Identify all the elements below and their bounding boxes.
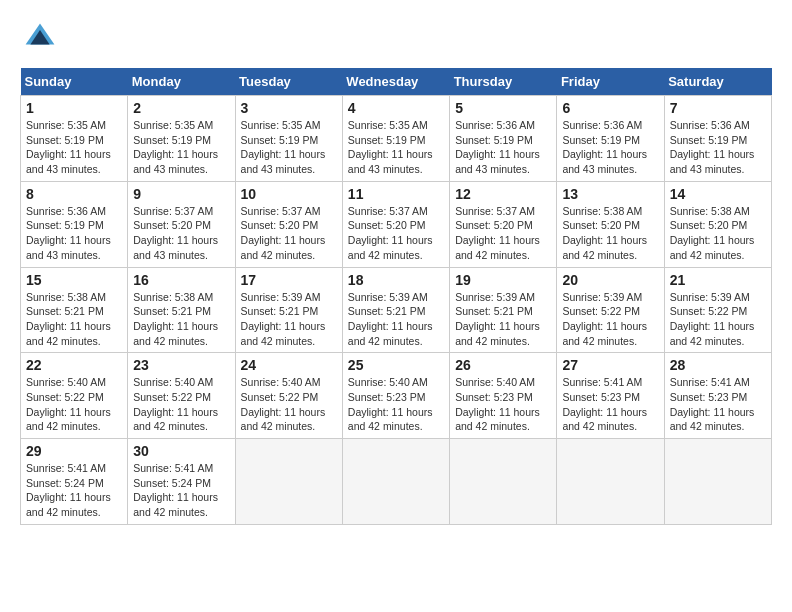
day-number: 5 (455, 100, 551, 116)
day-number: 28 (670, 357, 766, 373)
day-number: 18 (348, 272, 444, 288)
calendar-week-row: 15Sunrise: 5:38 AM Sunset: 5:21 PM Dayli… (21, 267, 772, 353)
day-info: Sunrise: 5:36 AM Sunset: 5:19 PM Dayligh… (455, 118, 551, 177)
calendar-day-cell: 18Sunrise: 5:39 AM Sunset: 5:21 PM Dayli… (342, 267, 449, 353)
calendar-day-cell: 13Sunrise: 5:38 AM Sunset: 5:20 PM Dayli… (557, 181, 664, 267)
calendar-day-cell: 26Sunrise: 5:40 AM Sunset: 5:23 PM Dayli… (450, 353, 557, 439)
day-info: Sunrise: 5:38 AM Sunset: 5:21 PM Dayligh… (133, 290, 229, 349)
calendar-day-cell: 20Sunrise: 5:39 AM Sunset: 5:22 PM Dayli… (557, 267, 664, 353)
day-info: Sunrise: 5:40 AM Sunset: 5:22 PM Dayligh… (241, 375, 337, 434)
day-info: Sunrise: 5:38 AM Sunset: 5:21 PM Dayligh… (26, 290, 122, 349)
day-info: Sunrise: 5:36 AM Sunset: 5:19 PM Dayligh… (26, 204, 122, 263)
calendar-day-cell: 25Sunrise: 5:40 AM Sunset: 5:23 PM Dayli… (342, 353, 449, 439)
day-of-week-header: Thursday (450, 68, 557, 96)
day-info: Sunrise: 5:35 AM Sunset: 5:19 PM Dayligh… (26, 118, 122, 177)
day-number: 21 (670, 272, 766, 288)
day-number: 23 (133, 357, 229, 373)
day-of-week-header: Saturday (664, 68, 771, 96)
calendar-day-cell: 21Sunrise: 5:39 AM Sunset: 5:22 PM Dayli… (664, 267, 771, 353)
day-number: 20 (562, 272, 658, 288)
logo (20, 20, 62, 52)
calendar-day-cell: 29Sunrise: 5:41 AM Sunset: 5:24 PM Dayli… (21, 439, 128, 525)
calendar-day-cell: 5Sunrise: 5:36 AM Sunset: 5:19 PM Daylig… (450, 96, 557, 182)
day-of-week-header: Friday (557, 68, 664, 96)
calendar-week-row: 29Sunrise: 5:41 AM Sunset: 5:24 PM Dayli… (21, 439, 772, 525)
page-header (20, 20, 772, 52)
calendar-day-cell (557, 439, 664, 525)
day-number: 16 (133, 272, 229, 288)
calendar-day-cell: 19Sunrise: 5:39 AM Sunset: 5:21 PM Dayli… (450, 267, 557, 353)
day-number: 30 (133, 443, 229, 459)
day-number: 3 (241, 100, 337, 116)
day-number: 22 (26, 357, 122, 373)
day-info: Sunrise: 5:39 AM Sunset: 5:21 PM Dayligh… (455, 290, 551, 349)
calendar-day-cell: 28Sunrise: 5:41 AM Sunset: 5:23 PM Dayli… (664, 353, 771, 439)
day-info: Sunrise: 5:35 AM Sunset: 5:19 PM Dayligh… (133, 118, 229, 177)
day-number: 11 (348, 186, 444, 202)
day-info: Sunrise: 5:41 AM Sunset: 5:24 PM Dayligh… (133, 461, 229, 520)
day-number: 8 (26, 186, 122, 202)
logo-icon (24, 20, 56, 48)
day-number: 9 (133, 186, 229, 202)
day-number: 15 (26, 272, 122, 288)
calendar-day-cell: 3Sunrise: 5:35 AM Sunset: 5:19 PM Daylig… (235, 96, 342, 182)
day-info: Sunrise: 5:39 AM Sunset: 5:22 PM Dayligh… (562, 290, 658, 349)
calendar-day-cell: 8Sunrise: 5:36 AM Sunset: 5:19 PM Daylig… (21, 181, 128, 267)
calendar-day-cell: 15Sunrise: 5:38 AM Sunset: 5:21 PM Dayli… (21, 267, 128, 353)
day-number: 14 (670, 186, 766, 202)
day-info: Sunrise: 5:40 AM Sunset: 5:22 PM Dayligh… (133, 375, 229, 434)
calendar-day-cell: 12Sunrise: 5:37 AM Sunset: 5:20 PM Dayli… (450, 181, 557, 267)
day-info: Sunrise: 5:40 AM Sunset: 5:22 PM Dayligh… (26, 375, 122, 434)
day-number: 19 (455, 272, 551, 288)
calendar-table: SundayMondayTuesdayWednesdayThursdayFrid… (20, 68, 772, 525)
day-info: Sunrise: 5:41 AM Sunset: 5:23 PM Dayligh… (670, 375, 766, 434)
day-info: Sunrise: 5:38 AM Sunset: 5:20 PM Dayligh… (562, 204, 658, 263)
day-number: 29 (26, 443, 122, 459)
calendar-day-cell: 1Sunrise: 5:35 AM Sunset: 5:19 PM Daylig… (21, 96, 128, 182)
day-number: 6 (562, 100, 658, 116)
day-info: Sunrise: 5:37 AM Sunset: 5:20 PM Dayligh… (455, 204, 551, 263)
calendar-day-cell: 23Sunrise: 5:40 AM Sunset: 5:22 PM Dayli… (128, 353, 235, 439)
day-number: 27 (562, 357, 658, 373)
calendar-day-cell: 9Sunrise: 5:37 AM Sunset: 5:20 PM Daylig… (128, 181, 235, 267)
calendar-day-cell: 24Sunrise: 5:40 AM Sunset: 5:22 PM Dayli… (235, 353, 342, 439)
day-number: 4 (348, 100, 444, 116)
calendar-day-cell: 6Sunrise: 5:36 AM Sunset: 5:19 PM Daylig… (557, 96, 664, 182)
day-info: Sunrise: 5:37 AM Sunset: 5:20 PM Dayligh… (348, 204, 444, 263)
calendar-day-cell: 10Sunrise: 5:37 AM Sunset: 5:20 PM Dayli… (235, 181, 342, 267)
calendar-day-cell (342, 439, 449, 525)
day-number: 12 (455, 186, 551, 202)
calendar-day-cell: 11Sunrise: 5:37 AM Sunset: 5:20 PM Dayli… (342, 181, 449, 267)
day-info: Sunrise: 5:39 AM Sunset: 5:22 PM Dayligh… (670, 290, 766, 349)
calendar-day-cell (235, 439, 342, 525)
day-number: 17 (241, 272, 337, 288)
day-info: Sunrise: 5:41 AM Sunset: 5:24 PM Dayligh… (26, 461, 122, 520)
day-info: Sunrise: 5:35 AM Sunset: 5:19 PM Dayligh… (348, 118, 444, 177)
day-of-week-header: Wednesday (342, 68, 449, 96)
calendar-day-cell: 30Sunrise: 5:41 AM Sunset: 5:24 PM Dayli… (128, 439, 235, 525)
day-number: 2 (133, 100, 229, 116)
day-of-week-header: Monday (128, 68, 235, 96)
day-number: 10 (241, 186, 337, 202)
day-info: Sunrise: 5:40 AM Sunset: 5:23 PM Dayligh… (348, 375, 444, 434)
calendar-day-cell: 16Sunrise: 5:38 AM Sunset: 5:21 PM Dayli… (128, 267, 235, 353)
day-number: 13 (562, 186, 658, 202)
day-number: 1 (26, 100, 122, 116)
day-number: 24 (241, 357, 337, 373)
calendar-day-cell: 22Sunrise: 5:40 AM Sunset: 5:22 PM Dayli… (21, 353, 128, 439)
calendar-day-cell: 27Sunrise: 5:41 AM Sunset: 5:23 PM Dayli… (557, 353, 664, 439)
day-info: Sunrise: 5:38 AM Sunset: 5:20 PM Dayligh… (670, 204, 766, 263)
calendar-day-cell (664, 439, 771, 525)
day-number: 25 (348, 357, 444, 373)
day-info: Sunrise: 5:37 AM Sunset: 5:20 PM Dayligh… (241, 204, 337, 263)
day-number: 26 (455, 357, 551, 373)
calendar-day-cell: 4Sunrise: 5:35 AM Sunset: 5:19 PM Daylig… (342, 96, 449, 182)
calendar-week-row: 22Sunrise: 5:40 AM Sunset: 5:22 PM Dayli… (21, 353, 772, 439)
day-number: 7 (670, 100, 766, 116)
calendar-day-cell (450, 439, 557, 525)
calendar-week-row: 1Sunrise: 5:35 AM Sunset: 5:19 PM Daylig… (21, 96, 772, 182)
day-info: Sunrise: 5:37 AM Sunset: 5:20 PM Dayligh… (133, 204, 229, 263)
calendar-day-cell: 7Sunrise: 5:36 AM Sunset: 5:19 PM Daylig… (664, 96, 771, 182)
calendar-day-cell: 2Sunrise: 5:35 AM Sunset: 5:19 PM Daylig… (128, 96, 235, 182)
calendar-day-cell: 14Sunrise: 5:38 AM Sunset: 5:20 PM Dayli… (664, 181, 771, 267)
